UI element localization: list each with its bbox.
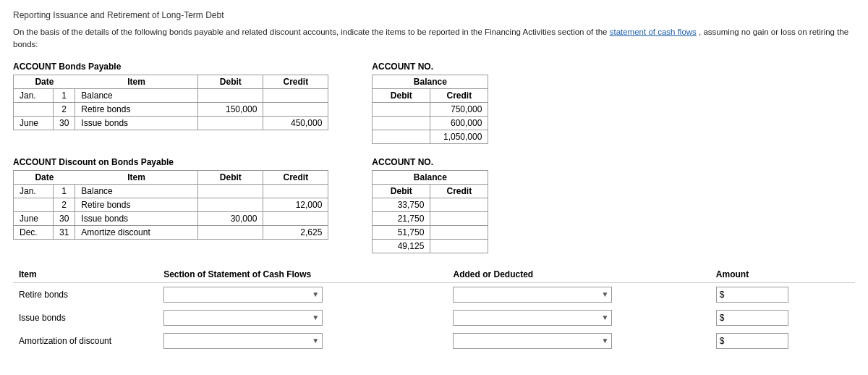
discount-account-no-title: ACCOUNT NO. (372, 157, 488, 167)
table-row: 21,750 (373, 211, 488, 225)
table-row: 49,125 (373, 239, 488, 253)
col-added-header: Added or Deducted (447, 266, 710, 283)
table-row: Jan. 1 Balance (14, 88, 328, 102)
table-row: 600,000 (373, 116, 488, 130)
section-dropdown[interactable]: ▼ (163, 287, 323, 303)
table-row: 2 Retire bonds 12,000 (14, 198, 328, 211)
items-row: Amortization of discount ▼ ▼ $ (13, 329, 855, 353)
table-row: June 30 Issue bonds 30,000 (14, 211, 328, 225)
section-dropdown-arrow: ▼ (312, 313, 319, 321)
bonds-balance-table: Balance Debit Credit 750,000 600,000 1,0… (372, 75, 488, 144)
table-row: 1,050,000 (373, 130, 488, 143)
table-row: 51,750 (373, 225, 488, 239)
discount-title: ACCOUNT Discount on Bonds Payable (13, 157, 328, 167)
section-dropdown[interactable]: ▼ (163, 333, 323, 349)
col-section-header: Section of Statement of Cash Flows (158, 266, 447, 283)
items-table: Item Section of Statement of Cash Flows … (13, 266, 855, 353)
description: On the basis of the details of the follo… (13, 26, 855, 51)
page-title: Reporting Issuance and Retirement of Lon… (13, 10, 855, 20)
table-row: 2 Retire bonds 150,000 (14, 102, 328, 116)
amount-input[interactable] (726, 313, 784, 323)
table-row: 750,000 (373, 102, 488, 116)
added-dropdown[interactable]: ▼ (453, 333, 612, 349)
dollar-sign: $ (720, 290, 725, 300)
cash-flows-link[interactable]: statement of cash flows (610, 28, 697, 36)
table-row: Jan. 1 Balance (14, 184, 328, 198)
discount-balance-table: Balance Debit Credit 33,750 21,750 51,75… (372, 170, 488, 253)
section-dropdown[interactable]: ▼ (163, 310, 323, 326)
added-dropdown[interactable]: ▼ (453, 287, 612, 303)
bonds-account-no-title: ACCOUNT NO. (372, 62, 488, 72)
items-row: Retire bonds ▼ ▼ $ (13, 282, 855, 306)
table-row: June 30 Issue bonds 450,000 (14, 116, 328, 130)
col-amount-header: Amount (710, 266, 855, 283)
item-label: Issue bonds (13, 306, 158, 329)
bonds-payable-title: ACCOUNT Bonds Payable (13, 62, 328, 72)
item-label: Amortization of discount (13, 329, 158, 353)
item-label: Retire bonds (13, 282, 158, 306)
items-row: Issue bonds ▼ ▼ $ (13, 306, 855, 329)
table-row: Dec. 31 Amortize discount 2,625 (14, 225, 328, 239)
amount-field[interactable]: $ (716, 333, 788, 349)
added-dropdown-arrow: ▼ (602, 337, 609, 345)
discount-table: Date Item Debit Credit Jan. 1 Balance 2 … (13, 170, 328, 240)
items-section: Item Section of Statement of Cash Flows … (13, 266, 855, 353)
added-dropdown[interactable]: ▼ (453, 310, 612, 326)
dollar-sign: $ (720, 313, 725, 323)
section-dropdown-arrow: ▼ (312, 290, 319, 298)
added-dropdown-arrow: ▼ (602, 290, 609, 298)
table-row: 33,750 (373, 198, 488, 211)
amount-field[interactable]: $ (716, 287, 788, 303)
dollar-sign: $ (720, 336, 725, 346)
amount-input[interactable] (726, 290, 784, 300)
amount-input[interactable] (726, 336, 784, 346)
col-item-header: Item (13, 266, 158, 283)
section-dropdown-arrow: ▼ (312, 337, 319, 345)
amount-field[interactable]: $ (716, 310, 788, 326)
bonds-payable-table: Date Item Debit Credit Jan. 1 Balance 2 … (13, 75, 328, 130)
added-dropdown-arrow: ▼ (602, 313, 609, 321)
